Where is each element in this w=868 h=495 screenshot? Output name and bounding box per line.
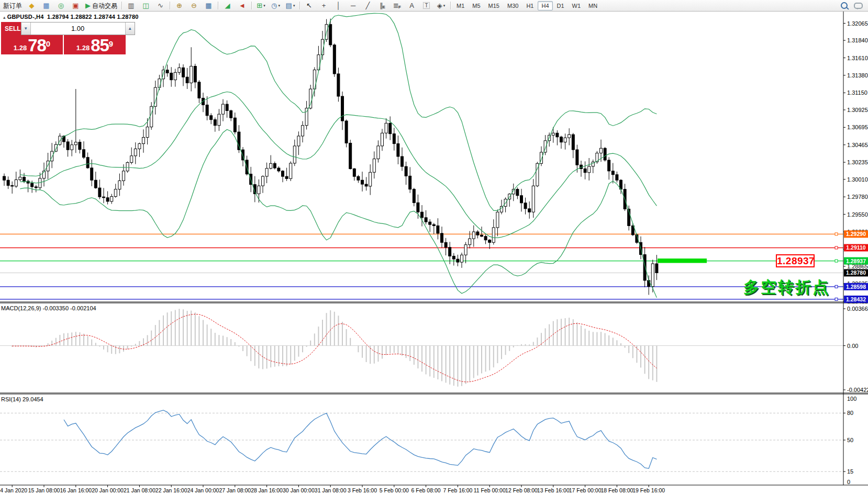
signals-icon: ◎ <box>58 2 64 9</box>
volume-decrease-button[interactable]: ▼ <box>21 22 31 35</box>
timeframe-M5[interactable]: M5 <box>469 1 484 10</box>
market-watch-icon: ▦ <box>43 2 49 9</box>
svg-text:22 Jan 16:00: 22 Jan 16:00 <box>155 487 187 493</box>
svg-text:16 Jan 16:00: 16 Jan 16:00 <box>60 487 92 493</box>
shapes-icon[interactable]: ◈▾ <box>434 0 448 11</box>
ohlc-close: 1.28780 <box>117 14 138 20</box>
chart-shift-icon[interactable]: ◄ <box>235 0 249 11</box>
volume-increase-button[interactable]: ▲ <box>125 22 135 35</box>
trendline-icon: ╱ <box>366 2 370 9</box>
svg-text:5 Feb 00:00: 5 Feb 00:00 <box>380 487 409 493</box>
channel-icon[interactable]: ∥E <box>375 0 390 11</box>
chart-canvas[interactable]: 1.320651.318401.316101.313801.311501.309… <box>0 12 868 495</box>
auto-scroll-icon[interactable]: ◢ <box>220 0 235 11</box>
zoom-in-icon[interactable]: ⊕ <box>172 0 186 11</box>
svg-text:1.28937: 1.28937 <box>846 258 866 264</box>
vertical-line-icon[interactable]: │ <box>331 0 346 11</box>
svg-text:15: 15 <box>847 468 853 475</box>
buy-button[interactable]: BUY <box>135 22 153 35</box>
crosshair-icon[interactable]: + <box>317 0 331 11</box>
search-icon[interactable] <box>841 2 848 9</box>
auto-scroll-icon: ◢ <box>225 2 230 9</box>
crosshair-icon: + <box>322 2 326 9</box>
rsi-label: RSI(14) 29.0454 <box>1 396 43 402</box>
volume-input[interactable] <box>31 22 125 35</box>
timeframe-W1[interactable]: W1 <box>569 1 585 10</box>
candlestick-chart-icon[interactable]: ◫ <box>139 0 153 11</box>
svg-text:21 Jan 08:00: 21 Jan 08:00 <box>124 487 155 493</box>
timeframe-H1[interactable]: H1 <box>522 1 537 10</box>
timeframe-H4[interactable]: H4 <box>538 1 552 10</box>
timeframe-D1[interactable]: D1 <box>553 1 568 10</box>
zoom-in-icon: ⊕ <box>176 2 182 9</box>
price-callout-box[interactable]: 1.28937 <box>776 254 815 267</box>
chat-icon[interactable] <box>854 3 863 9</box>
trendline-icon[interactable]: ╱ <box>361 0 375 11</box>
periods-icon-dropdown[interactable]: ▾ <box>278 4 280 7</box>
line-chart-icon[interactable]: ∿ <box>153 0 168 11</box>
svg-text:1.28780: 1.28780 <box>846 269 866 276</box>
templates-icon-dropdown[interactable]: ▾ <box>293 4 295 7</box>
svg-text:0.00: 0.00 <box>847 343 858 349</box>
timeframe-M15[interactable]: M15 <box>485 1 503 10</box>
svg-text:1.32065: 1.32065 <box>847 20 868 27</box>
svg-text:6 Feb 08:00: 6 Feb 08:00 <box>411 487 441 493</box>
timeframe-M1[interactable]: M1 <box>453 1 468 10</box>
ohlc-open: 1.28794 <box>47 14 69 20</box>
periods-icon[interactable]: ◷▾ <box>269 0 283 11</box>
cursor-icon: ↖ <box>306 2 312 9</box>
horizontal-line-icon[interactable]: ─ <box>346 0 360 11</box>
svg-text:28 Jan 16:00: 28 Jan 16:00 <box>251 487 283 493</box>
fibonacci-icon[interactable]: ≣F <box>390 0 404 11</box>
bar-chart-icon: ▥ <box>128 2 134 9</box>
timeframe-MN[interactable]: MN <box>585 1 601 10</box>
toolbar-separator <box>170 2 170 9</box>
shapes-icon-dropdown[interactable]: ▾ <box>443 4 446 7</box>
bar-chart-icon[interactable]: ▥ <box>124 0 138 11</box>
candlestick-chart-icon: ◫ <box>142 2 149 9</box>
svg-text:1.30235: 1.30235 <box>847 159 868 165</box>
svg-text:1.29780: 1.29780 <box>847 194 868 200</box>
sell-price-prefix: 1.28 <box>14 43 27 53</box>
autotrading-button[interactable]: ▶自动交易 <box>83 0 119 11</box>
signals-icon[interactable]: ◎ <box>54 0 68 11</box>
svg-text:17 Feb 00:00: 17 Feb 00:00 <box>569 487 602 493</box>
svg-text:3 Feb 16:00: 3 Feb 16:00 <box>348 487 377 493</box>
templates-icon[interactable]: ▤▾ <box>283 0 297 11</box>
market-watch-icon[interactable]: ▦ <box>39 0 53 11</box>
history-center-icon[interactable]: ▣ <box>69 0 83 11</box>
zoom-out-icon: ⊖ <box>191 2 197 9</box>
tile-windows-icon[interactable]: ▦ <box>202 0 216 11</box>
buy-price-display[interactable]: 1.28859 <box>64 35 126 54</box>
svg-text:1.28432: 1.28432 <box>846 296 866 302</box>
volume-box: ▼ ▲ <box>21 22 135 35</box>
buy-price-big: 85 <box>91 38 109 53</box>
svg-text:12 Feb 08:00: 12 Feb 08:00 <box>505 487 538 493</box>
sell-button[interactable]: SELL <box>1 22 21 35</box>
chart-window: 1.320651.318401.316101.313801.311501.309… <box>0 12 868 495</box>
chart-window-icon[interactable]: ◆ <box>25 0 39 11</box>
svg-text:1.29110: 1.29110 <box>846 244 866 251</box>
indicators-icon[interactable]: ⊞▾ <box>254 0 268 11</box>
buy-price-sup: 9 <box>109 35 113 53</box>
svg-text:7 Feb 16:00: 7 Feb 16:00 <box>443 487 472 493</box>
one-click-trade-panel: SELL ▼ ▲ BUY 1.28780 1.28859 <box>1 22 126 54</box>
cursor-icon[interactable]: ↖ <box>302 0 316 11</box>
svg-text:31 Jan 08:00: 31 Jan 08:00 <box>315 487 347 493</box>
toolbar-separator <box>450 2 451 9</box>
toolbar-separator <box>218 2 218 9</box>
templates-icon: ▤ <box>286 2 292 9</box>
new-order-button[interactable]: 新订单 <box>1 0 24 11</box>
text-label-icon[interactable]: T <box>419 0 433 11</box>
timeframe-M30[interactable]: M30 <box>504 1 522 10</box>
indicators-icon-dropdown[interactable]: ▾ <box>263 4 265 7</box>
svg-text:1.30925: 1.30925 <box>847 107 868 113</box>
sell-price-display[interactable]: 1.28780 <box>1 35 63 54</box>
svg-text:1.29550: 1.29550 <box>847 211 868 218</box>
symbol-info-line: ▴GBPUSD-,H4 1.28794 1.28822 1.28744 1.28… <box>3 14 139 20</box>
text-icon[interactable]: A <box>405 0 419 11</box>
svg-text:27 Jan 08:00: 27 Jan 08:00 <box>219 487 251 493</box>
zoom-out-icon[interactable]: ⊖ <box>187 0 201 11</box>
svg-text:1.31840: 1.31840 <box>847 37 868 43</box>
svg-text:-0.00422: -0.00422 <box>847 387 868 393</box>
